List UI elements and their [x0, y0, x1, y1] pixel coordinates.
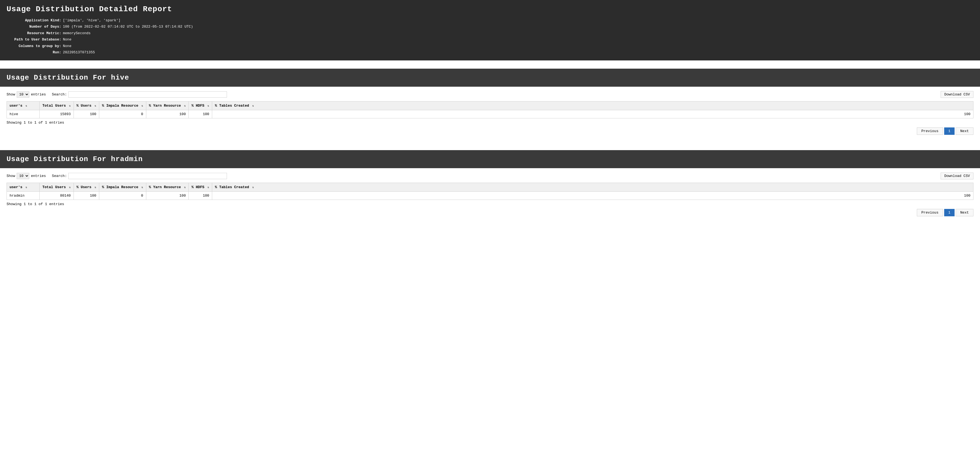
application-kind-value: ['impala', 'hive', 'spark']: [63, 17, 121, 24]
download-csv-button-hive[interactable]: Download CSV: [940, 91, 974, 98]
table-cell-hive-0-3: 0: [99, 110, 146, 118]
application-kind-label: Application Kind:: [6, 17, 61, 24]
previous-button-hive[interactable]: Previous: [917, 127, 943, 135]
sort-icon-hradmin-6: ⇅: [252, 186, 254, 189]
number-of-days-label: Number of Days:: [6, 24, 61, 30]
next-button-hradmin[interactable]: Next: [956, 209, 974, 216]
entries-select-hive[interactable]: 10 25 50: [17, 91, 29, 98]
data-table-hradmin: user's ⇅ Total Users ⇅ % Users ⇅: [6, 183, 974, 200]
table-controls-hive: Show 10 25 50 entries Search: Download C…: [6, 91, 974, 98]
col-header-hive-3[interactable]: % Impala Resource ⇅: [99, 102, 146, 110]
sort-icon-hive-4: ⇅: [184, 104, 186, 108]
col-header-hive-4[interactable]: % Yarn Resource ⇅: [146, 102, 189, 110]
entries-select-hradmin[interactable]: 10 25 50: [17, 173, 29, 179]
table-controls-hradmin: Show 10 25 50 entries Search: Download C…: [6, 173, 974, 180]
table-cell-hradmin-0-6: 100: [212, 192, 974, 200]
col-header-hradmin-2[interactable]: % Users ⇅: [73, 183, 99, 192]
col-header-hradmin-4[interactable]: % Yarn Resource ⇅: [146, 183, 189, 192]
pagination-hive: Previous 1 Next: [6, 127, 974, 138]
number-of-days-value: 100 (from 2022-02-02 07:14:02 UTC to 202…: [63, 24, 193, 30]
col-header-hradmin-1[interactable]: Total Users ⇅: [40, 183, 74, 192]
sort-icon-hradmin-4: ⇅: [184, 186, 186, 189]
table-cell-hive-0-2: 100: [73, 110, 99, 118]
table-cell-hradmin-0-5: 100: [189, 192, 212, 200]
table-row: hive 15893 100 0 100 100: [7, 110, 974, 118]
sort-icon-hradmin-3: ⇅: [142, 186, 143, 189]
run-label: Run:: [6, 49, 61, 56]
section-content-hradmin: Show 10 25 50 entries Search: Download C…: [0, 168, 980, 223]
search-input-hradmin[interactable]: [68, 173, 227, 179]
col-header-hradmin-5[interactable]: % HDFS ⇅: [189, 183, 212, 192]
showing-text-hradmin: Showing 1 to 1 of 1 entries: [6, 202, 974, 206]
pagination-hradmin: Previous 1 Next: [6, 209, 974, 219]
table-row: hradmin 80140 100 0 100 100: [7, 192, 974, 200]
show-label-hive: Show: [6, 92, 15, 97]
report-title: Usage Distribution Detailed Report: [6, 5, 974, 13]
search-label-hive: Search:: [52, 92, 67, 97]
download-csv-button-hradmin[interactable]: Download CSV: [940, 173, 974, 180]
table-cell-hradmin-0-1: 80140: [40, 192, 74, 200]
entries-label-hradmin: entries: [31, 174, 46, 178]
table-cell-hradmin-0-0: hradmin: [7, 192, 40, 200]
data-table-hive: user's ⇅ Total Users ⇅ % Users ⇅: [6, 101, 974, 118]
sort-icon-hradmin-1: ⇅: [69, 186, 71, 189]
run-value: 20220513T071355: [63, 49, 95, 56]
table-cell-hive-0-5: 100: [189, 110, 212, 118]
col-header-hradmin-6[interactable]: % Tables Created ⇅: [212, 183, 974, 192]
search-label-hradmin: Search:: [52, 174, 67, 178]
sort-icon-hive-5: ⇅: [208, 104, 209, 108]
table-controls-left-hradmin: Show 10 25 50 entries Search:: [6, 173, 227, 179]
col-header-hive-6[interactable]: % Tables Created ⇅: [212, 102, 974, 110]
next-button-hive[interactable]: Next: [956, 127, 974, 135]
sort-icon-hive-0: ⇅: [26, 104, 27, 108]
section-title-hradmin: Usage Distribution For hradmin: [6, 155, 974, 163]
path-to-user-db-label: Path to User Database:: [6, 37, 61, 43]
page-number-hive[interactable]: 1: [944, 127, 955, 135]
col-header-hive-2[interactable]: % Users ⇅: [73, 102, 99, 110]
report-header: Usage Distribution Detailed Report Appli…: [0, 0, 980, 60]
sort-icon-hive-6: ⇅: [252, 104, 254, 108]
resource-metric-value: memorySeconds: [63, 30, 91, 37]
columns-to-group-label: Columns to group by:: [6, 43, 61, 49]
section-header-hive: Usage Distribution For hive: [0, 68, 980, 87]
col-header-hive-1[interactable]: Total Users ⇅: [40, 102, 74, 110]
resource-metric-label: Resource Metric:: [6, 30, 61, 37]
table-cell-hive-0-1: 15893: [40, 110, 74, 118]
sort-icon-hive-3: ⇅: [142, 104, 143, 108]
path-to-user-db-value: None: [63, 37, 72, 43]
table-cell-hradmin-0-2: 100: [73, 192, 99, 200]
entries-label-hive: entries: [31, 92, 46, 97]
col-header-hradmin-3[interactable]: % Impala Resource ⇅: [99, 183, 146, 192]
sort-icon-hradmin-5: ⇅: [208, 186, 209, 189]
page-number-hradmin[interactable]: 1: [944, 209, 955, 216]
table-header-row-hradmin: user's ⇅ Total Users ⇅ % Users ⇅: [7, 183, 974, 192]
sort-icon-hradmin-0: ⇅: [26, 186, 27, 189]
previous-button-hradmin[interactable]: Previous: [917, 209, 943, 216]
report-meta: Application Kind: ['impala', 'hive', 'sp…: [6, 17, 974, 56]
table-cell-hive-0-6: 100: [212, 110, 974, 118]
col-header-hradmin-0[interactable]: user's ⇅: [7, 183, 40, 192]
table-cell-hradmin-0-3: 0: [99, 192, 146, 200]
col-header-hive-0[interactable]: user's ⇅: [7, 102, 40, 110]
table-header-row-hive: user's ⇅ Total Users ⇅ % Users ⇅: [7, 102, 974, 110]
section-content-hive: Show 10 25 50 entries Search: Download C…: [0, 87, 980, 142]
table-cell-hive-0-4: 100: [146, 110, 189, 118]
sort-icon-hive-1: ⇅: [69, 104, 71, 108]
section-header-hradmin: Usage Distribution For hradmin: [0, 150, 980, 168]
col-header-hive-5[interactable]: % HDFS ⇅: [189, 102, 212, 110]
show-label-hradmin: Show: [6, 174, 15, 178]
section-title-hive: Usage Distribution For hive: [6, 73, 974, 82]
sort-icon-hradmin-2: ⇅: [95, 186, 96, 189]
showing-text-hive: Showing 1 to 1 of 1 entries: [6, 121, 974, 125]
sort-icon-hive-2: ⇅: [95, 104, 96, 108]
search-input-hive[interactable]: [68, 91, 227, 98]
table-cell-hive-0-0: hive: [7, 110, 40, 118]
table-cell-hradmin-0-4: 100: [146, 192, 189, 200]
columns-to-group-value: None: [63, 43, 72, 49]
table-controls-left-hive: Show 10 25 50 entries Search:: [6, 91, 227, 98]
